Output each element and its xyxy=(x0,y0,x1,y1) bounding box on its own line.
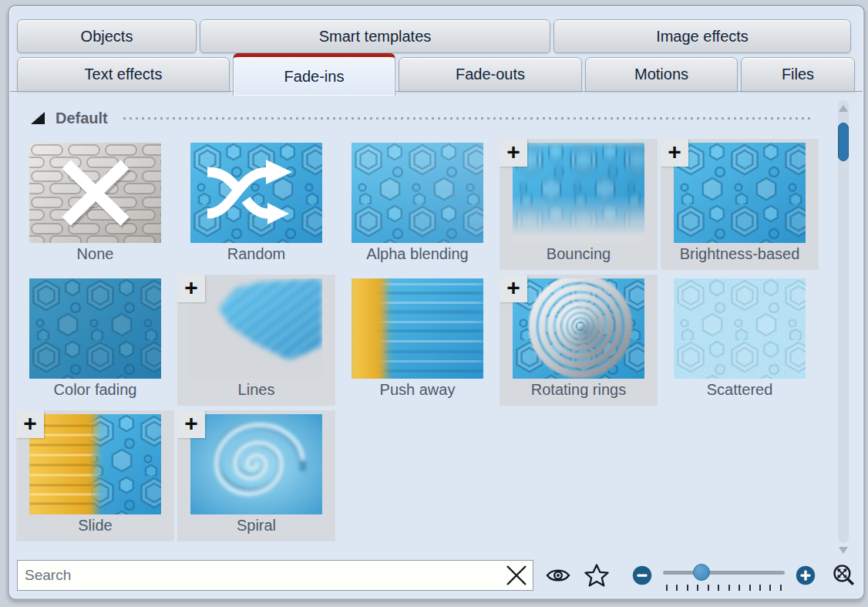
preview-visibility-button[interactable] xyxy=(546,566,570,585)
effect-item-color-fading[interactable]: Color fading xyxy=(16,275,174,406)
tab-row-2: Text effects Fade-ins Fade-outs Motions … xyxy=(17,57,855,92)
addon-plus-badge[interactable]: + xyxy=(661,139,688,167)
effect-item-random[interactable]: Random xyxy=(177,139,335,270)
effect-label: Rotating rings xyxy=(500,381,658,399)
tab-objects[interactable]: Objects xyxy=(17,19,197,53)
effect-item-none[interactable]: None xyxy=(16,139,174,270)
effect-thumbnail xyxy=(674,278,806,379)
section-divider-dotted xyxy=(123,117,814,120)
close-icon xyxy=(504,564,529,587)
scrollbar-up-arrow[interactable] xyxy=(839,105,848,112)
thumbnail-art-brightness-based xyxy=(674,143,806,243)
addon-plus-badge[interactable]: + xyxy=(177,275,205,302)
templates-panel: Objects Smart templates Image effects Te… xyxy=(8,5,865,600)
tab-label: Fade-ins xyxy=(284,68,345,86)
tab-label: Motions xyxy=(634,66,688,83)
effect-item-spiral[interactable]: + Spiral xyxy=(177,410,335,541)
tab-label: Smart templates xyxy=(319,28,432,46)
section-title: Default xyxy=(56,110,108,127)
tab-row-1: Objects Smart templates Image effects xyxy=(17,19,851,53)
effect-thumbnail xyxy=(29,278,161,379)
eye-icon xyxy=(546,566,570,585)
collapse-triangle-icon xyxy=(31,112,45,124)
addon-plus-badge[interactable]: + xyxy=(16,410,44,438)
addon-plus-badge[interactable]: + xyxy=(177,410,205,438)
effect-item-alpha-blending[interactable]: Alpha blending xyxy=(338,139,496,270)
tab-label: Files xyxy=(782,66,814,83)
thumbnail-art-random xyxy=(190,143,322,243)
zoom-fit-button[interactable] xyxy=(831,563,856,588)
thumbnail-art-push-away xyxy=(352,278,483,379)
section-header-default[interactable]: Default xyxy=(31,108,814,128)
thumbnail-art-bouncing xyxy=(513,143,644,243)
effect-thumbnail xyxy=(190,143,322,243)
search-input[interactable] xyxy=(17,560,533,591)
plus-glyph: + xyxy=(23,410,37,436)
scrollbar-thumb[interactable] xyxy=(838,123,849,161)
effect-label: Scattered xyxy=(661,381,819,399)
tab-label: Fade-outs xyxy=(456,66,525,83)
plus-glyph: + xyxy=(184,275,198,300)
zoom-out-button[interactable] xyxy=(632,565,652,585)
zoom-in-button[interactable] xyxy=(796,565,816,585)
effect-thumbnail xyxy=(352,143,483,243)
thumbnail-art-color-fading xyxy=(29,278,161,379)
effect-thumbnail xyxy=(29,143,161,243)
addon-plus-badge[interactable]: + xyxy=(500,139,527,167)
search-box xyxy=(17,560,533,591)
effect-thumbnail xyxy=(513,278,644,379)
clear-search-button[interactable] xyxy=(502,562,531,588)
magnifier-fit-icon xyxy=(831,563,856,588)
zoom-slider[interactable] xyxy=(661,560,786,591)
zoom-slider-ticks xyxy=(666,585,782,591)
thumbnail-art-none xyxy=(29,143,161,243)
tab-fade-ins[interactable]: Fade-ins xyxy=(233,53,395,96)
effect-label: Slide xyxy=(16,517,174,534)
bottom-toolbar xyxy=(17,558,856,592)
effect-label: Brightness-based xyxy=(661,245,819,263)
scrollbar-down-arrow[interactable] xyxy=(839,547,848,554)
effect-item-slide[interactable]: + xyxy=(16,410,174,541)
effect-item-brightness-based[interactable]: + Brightness-based xyxy=(661,139,819,270)
tab-motions[interactable]: Motions xyxy=(585,57,738,92)
tab-fade-outs[interactable]: Fade-outs xyxy=(399,57,582,92)
effect-label: Lines xyxy=(177,381,335,399)
effect-label: Spiral xyxy=(177,517,335,534)
effects-grid: None Random xyxy=(16,139,823,541)
thumbnail-art-rotating-rings xyxy=(513,278,644,379)
tab-smart-templates[interactable]: Smart templates xyxy=(200,19,550,53)
plus-circle-icon xyxy=(796,565,816,585)
thumbnail-art-lines xyxy=(190,278,322,379)
effect-item-bouncing[interactable]: + Bouncing xyxy=(500,139,658,270)
favorites-button[interactable] xyxy=(584,564,609,587)
tab-image-effects[interactable]: Image effects xyxy=(553,19,851,53)
effect-label: Color fading xyxy=(16,381,174,399)
zoom-slider-thumb[interactable] xyxy=(693,564,710,581)
zoom-slider-track[interactable] xyxy=(663,571,785,575)
effect-label: Push away xyxy=(338,381,496,399)
tab-label: Text effects xyxy=(85,66,163,83)
effect-item-rotating-rings[interactable]: + Rotating rings xyxy=(500,275,658,406)
thumbnail-art-spiral xyxy=(190,414,322,514)
effect-label: Random xyxy=(177,245,335,263)
tab-label: Image effects xyxy=(656,28,749,46)
effect-item-lines[interactable]: + Lines xyxy=(177,275,335,406)
effect-thumbnail xyxy=(190,414,322,514)
tab-label: Objects xyxy=(81,28,133,46)
addon-plus-badge[interactable]: + xyxy=(500,275,527,302)
star-icon xyxy=(584,564,609,587)
tab-files[interactable]: Files xyxy=(741,57,855,92)
effect-label: None xyxy=(16,245,174,263)
tab-bottom-divider xyxy=(10,91,863,92)
effect-item-scattered[interactable]: Scattered xyxy=(661,275,819,406)
plus-glyph: + xyxy=(668,139,681,164)
effect-item-push-away[interactable]: Push away xyxy=(338,275,496,406)
thumbnail-art-alpha-blending xyxy=(352,143,483,243)
effect-label: Bouncing xyxy=(500,245,658,263)
effect-thumbnail xyxy=(674,143,806,243)
effect-thumbnail xyxy=(190,278,322,379)
scrollbar[interactable] xyxy=(836,100,851,554)
scrollbar-track[interactable] xyxy=(838,100,849,543)
minus-circle-icon xyxy=(632,565,652,585)
tab-text-effects[interactable]: Text effects xyxy=(17,57,230,92)
